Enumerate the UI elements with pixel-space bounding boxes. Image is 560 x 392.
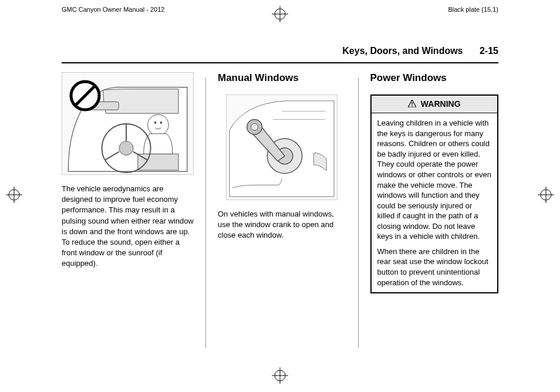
manual-windows-text: On vehicles with manual windows, use the…: [218, 209, 346, 241]
prohibition-icon: [69, 80, 101, 111]
warning-para-2: When there are children in the rear seat…: [377, 246, 492, 288]
column-2: Manual Windows On vehicles with manual w…: [218, 72, 346, 348]
column-1: The vehicle aerodynamics are designed to…: [62, 72, 194, 348]
registration-mark-left-icon: [6, 187, 22, 205]
warning-para-1: Leaving children in a vehicle with the k…: [377, 118, 492, 242]
manual-title: GMC Canyon Owner Manual - 2012: [62, 6, 164, 13]
plate-info: Black plate (15,1): [448, 6, 498, 13]
warning-header: WARNING: [372, 96, 498, 113]
svg-point-13: [148, 114, 169, 136]
column-divider-1: [205, 78, 206, 348]
svg-point-14: [154, 121, 156, 124]
svg-point-15: [160, 121, 162, 124]
aerodynamics-text: The vehicle aerodynamics are designed to…: [62, 184, 194, 269]
registration-mark-right-icon: [538, 187, 554, 205]
column-3: Power Windows WARNING Leaving children i…: [370, 72, 499, 348]
power-windows-heading: Power Windows: [370, 72, 499, 84]
registration-mark-top-icon: [272, 6, 288, 25]
manual-windows-heading: Manual Windows: [218, 72, 346, 84]
svg-rect-16: [138, 154, 178, 170]
svg-point-18: [119, 141, 133, 156]
registration-mark-bottom-icon: [272, 367, 288, 386]
window-crank-illustration: [226, 94, 338, 200]
page-number: 2-15: [480, 46, 498, 56]
child-safety-illustration: [62, 72, 194, 175]
warning-body: Leaving children in a vehicle with the k…: [372, 113, 498, 292]
column-divider-2: [358, 78, 359, 348]
svg-point-33: [411, 106, 413, 107]
warning-label: WARNING: [421, 99, 461, 109]
content-columns: The vehicle aerodynamics are designed to…: [0, 63, 560, 348]
section-title: Keys, Doors, and Windows: [342, 46, 463, 56]
warning-box: WARNING Leaving children in a vehicle wi…: [370, 94, 499, 293]
svg-point-29: [251, 123, 258, 130]
warning-triangle-icon: [408, 100, 416, 109]
